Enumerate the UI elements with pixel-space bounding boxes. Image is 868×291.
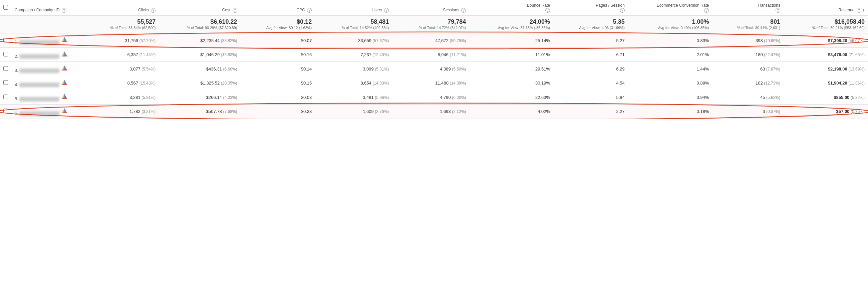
row-checkbox-cell[interactable]: [0, 48, 11, 62]
sort-arrow-icon[interactable]: ↓: [862, 7, 865, 12]
totals-clicks-sub: % of Total: 88.84% (62,500): [88, 25, 156, 30]
ecommerce-cr-header: Ecommerce Conversion Rate ?: [628, 0, 712, 16]
row-checkbox-cell[interactable]: [0, 90, 11, 105]
clicks-pct: (15.43%): [140, 81, 156, 86]
transactions-cell: 45 (5.62%): [712, 90, 783, 105]
row-checkbox[interactable]: [3, 66, 8, 71]
bounce-rate-cell: 11.01%: [469, 48, 553, 62]
users-cell: 3,099 (5.31%): [315, 62, 392, 76]
revenue-value: $2,198.00: [828, 66, 847, 71]
row-checkbox-cell[interactable]: [0, 62, 11, 76]
pages-session-cell: 6.29: [553, 62, 628, 76]
revenue-pct: (0.35%): [850, 109, 865, 114]
revenue-pct: (13.69%): [848, 67, 865, 71]
row-checkbox[interactable]: [3, 52, 8, 56]
transactions-cell: 180 (22.47%): [712, 48, 783, 62]
revenue-help-icon[interactable]: ?: [857, 8, 861, 13]
bounce-rate-cell: 25.14%: [469, 33, 553, 48]
row-number: 3.: [15, 68, 18, 73]
select-all-checkbox[interactable]: [3, 5, 8, 10]
table-row: 1. 31,759 (57.20%)$2,235.44 (33.82%)$0.0…: [0, 33, 868, 48]
transactions-cell: 102 (12.73%): [712, 76, 783, 90]
totals-bounce-cell: 24.00% Avg for View: 37.13% (-35.36%): [469, 16, 553, 33]
campaign-name-cell[interactable]: 3.: [11, 62, 85, 76]
sessions-pct: (2.12%): [452, 109, 466, 114]
pages-session-cell: 6.71: [553, 48, 628, 62]
campaign-name-blurred: [19, 54, 59, 59]
pages-session-help-icon[interactable]: ?: [620, 8, 625, 13]
clicks-help-icon[interactable]: ?: [151, 8, 156, 13]
pages-session-cell: 5.27: [553, 33, 628, 48]
row-checkbox[interactable]: [3, 94, 8, 99]
campaign-name-cell[interactable]: 5.: [11, 90, 85, 105]
cost-cell: $1,325.52 (20.05%): [159, 76, 240, 90]
users-cell: 3,481 (5.96%): [315, 90, 392, 105]
revenue-value: $1,904.20: [828, 81, 847, 86]
transactions-cell: 398 (49.69%): [712, 33, 783, 48]
clicks-header-label: Clicks: [138, 8, 149, 12]
users-pct: (2.76%): [375, 109, 389, 114]
ecommerce-cr-cell: 0.18%: [628, 105, 712, 119]
totals-pages-main: 5.35: [557, 18, 625, 25]
totals-ecr-cell: 1.00% Avg for View: 0.49% (106.85%): [628, 16, 712, 33]
revenue-cell: $57.00 (0.35%): [783, 105, 868, 119]
table-row: 3. 3,077 (5.54%)$436.31 (6.60%)$0.143,09…: [0, 62, 868, 76]
users-header-label: Users: [372, 8, 382, 12]
totals-cpc-sub: Avg for View: $0.12 (1.63%): [244, 25, 312, 30]
row-checkbox[interactable]: [3, 80, 8, 85]
cost-help-icon[interactable]: ?: [232, 8, 237, 13]
campaign-name-cell[interactable]: 2.: [11, 48, 85, 62]
cost-cell: $1,046.29 (15.83%): [159, 48, 240, 62]
users-cell: 1,609 (2.76%): [315, 105, 392, 119]
revenue-cell: $7,398.20 (46.07%): [783, 33, 868, 48]
cpc-help-icon[interactable]: ?: [307, 8, 312, 13]
row-checkbox-cell[interactable]: [0, 105, 11, 119]
transactions-help-icon[interactable]: ?: [776, 8, 780, 13]
row-checkbox-cell[interactable]: [0, 76, 11, 90]
bounce-rate-cell: 22.63%: [469, 90, 553, 105]
clicks-cell: 8,567 (15.43%): [85, 76, 159, 90]
campaign-help-icon[interactable]: ?: [62, 8, 66, 13]
ecommerce-cr-help-icon[interactable]: ?: [704, 8, 709, 13]
clicks-cell: 3,077 (5.54%): [85, 62, 159, 76]
totals-clicks-cell: 55,527 % of Total: 88.84% (62,500): [85, 16, 159, 33]
totals-transactions-sub: % of Total: 30.44% (2,631): [715, 25, 780, 30]
select-all-header[interactable]: [0, 0, 11, 16]
pages-session-header: Pages / Session ?: [553, 0, 628, 16]
row-number: 4.: [15, 82, 18, 87]
campaign-name-cell[interactable]: 4.: [11, 76, 85, 90]
row-checkbox-cell[interactable]: [0, 33, 11, 48]
totals-revenue-sub: % of Total: 30.21% ($53,162.60): [787, 25, 865, 30]
google-ads-logo-icon: [61, 93, 68, 100]
cost-pct: (15.83%): [221, 53, 237, 57]
campaign-name-cell[interactable]: 6.: [11, 105, 85, 119]
pages-session-header-label: Pages / Session: [596, 3, 625, 8]
clicks-cell: 6,357 (11.45%): [85, 48, 159, 62]
campaign-name-cell[interactable]: 1.: [11, 33, 85, 48]
totals-cpc-cell: $0.12 Avg for View: $0.12 (1.63%): [241, 16, 315, 33]
table-row: 5. 3,281 (5.91%)$266.14 (4.03%)$0.083,48…: [0, 90, 868, 105]
clicks-pct: (11.45%): [140, 53, 156, 57]
totals-ecr-sub: Avg for View: 0.49% (106.85%): [631, 25, 709, 30]
bounce-rate-help-icon[interactable]: ?: [545, 8, 550, 13]
ecommerce-cr-cell: 0.83%: [628, 33, 712, 48]
totals-clicks-main: 55,527: [88, 18, 156, 25]
users-help-icon[interactable]: ?: [384, 8, 389, 13]
google-ads-logo-icon: [61, 36, 68, 43]
sessions-cell: 8,946 (11.21%): [392, 48, 469, 62]
cpc-cell: $0.15: [241, 76, 315, 90]
revenue-value: $3,476.00: [828, 52, 847, 57]
campaign-name-blurred: [19, 40, 59, 45]
row-checkbox[interactable]: [3, 109, 8, 113]
totals-cpc-main: $0.12: [244, 18, 312, 25]
cpc-cell: $0.16: [241, 48, 315, 62]
google-ads-logo-icon: [61, 64, 68, 72]
pages-session-cell: 4.54: [553, 76, 628, 90]
transactions-pct: (49.69%): [764, 38, 780, 43]
clicks-cell: 3,281 (5.91%): [85, 90, 159, 105]
sessions-help-icon[interactable]: ?: [461, 8, 466, 13]
revenue-cell: $1,904.20 (11.86%): [783, 76, 868, 90]
campaign-name-blurred: [19, 111, 59, 116]
campaign-header: Campaign / Campaign ID ?: [11, 0, 85, 16]
row-checkbox[interactable]: [3, 38, 8, 42]
